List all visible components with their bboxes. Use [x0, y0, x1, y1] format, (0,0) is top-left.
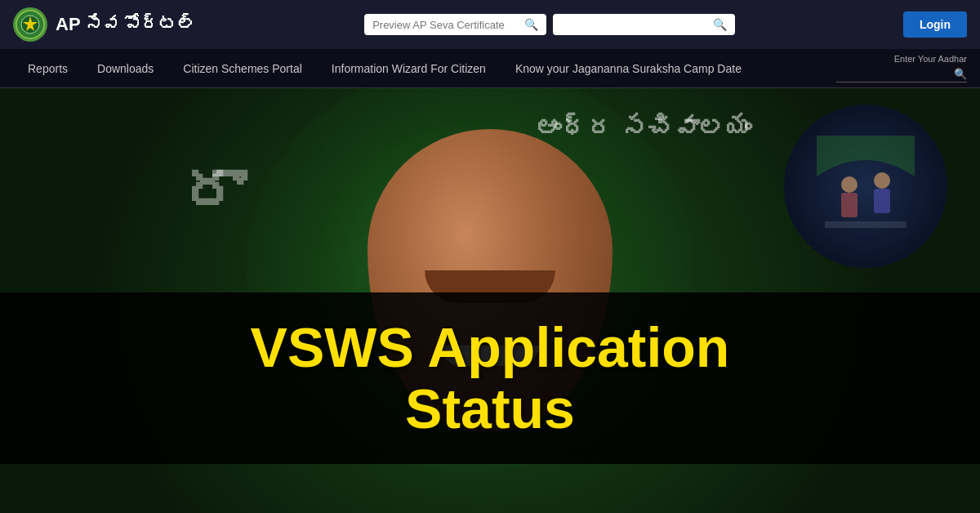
heading-line2: Status — [405, 377, 575, 439]
site-title: AP సేవ పోర్టల్ — [56, 14, 196, 35]
hero-section: రా ఆంధ్ర సచివాలయం — [0, 88, 980, 513]
nav-item-reports[interactable]: Reports — [13, 51, 82, 87]
left-script-decoration: రా — [180, 154, 245, 229]
aadhar-search-icon[interactable]: 🔍 — [954, 68, 967, 80]
navigation-bar: Reports Downloads Citizen Schemes Portal… — [0, 49, 980, 88]
logo-area: AP సేవ పోర్టల్ — [13, 7, 196, 42]
nav-item-know-jagananna[interactable]: Know your Jagananna Suraksha Camp Date — [501, 51, 756, 87]
certificate-search-box[interactable]: 🔍 — [364, 14, 546, 35]
ap-emblem-icon — [13, 7, 47, 42]
svg-point-3 — [841, 176, 858, 193]
vsws-search-icon[interactable]: 🔍 — [713, 18, 727, 31]
telugu-script-decoration: ఆంధ్ర సచివాలయం — [535, 113, 751, 143]
nav-links: Reports Downloads Citizen Schemes Portal… — [13, 51, 836, 87]
svg-rect-6 — [874, 189, 890, 213]
aadhar-search-row[interactable]: 🔍 — [836, 65, 967, 83]
svg-rect-7 — [825, 221, 906, 228]
aadhar-label: Enter Your Aadhar — [894, 54, 967, 64]
vsws-search-box[interactable]: vsws 🔍 — [553, 14, 735, 35]
header-search-area: 🔍 vsws 🔍 — [209, 14, 890, 35]
right-circle-content — [808, 127, 923, 246]
nav-item-citizen-schemes[interactable]: Citizen Schemes Portal — [168, 51, 317, 87]
login-button[interactable]: Login — [903, 11, 967, 38]
aadhar-input[interactable] — [836, 65, 951, 82]
svg-point-5 — [874, 172, 890, 189]
nav-item-info-wizard[interactable]: Information Wizard For Citizen — [317, 51, 501, 87]
hero-text-overlay: VSWS Application Status — [0, 292, 980, 464]
nav-item-downloads[interactable]: Downloads — [82, 51, 168, 87]
right-decorative-circle — [784, 105, 947, 268]
heading-line1: VSWS Application — [251, 316, 730, 378]
vsws-search-input[interactable]: vsws — [561, 19, 708, 31]
main-heading: VSWS Application Status — [49, 317, 931, 439]
aadhar-section: Enter Your Aadhar 🔍 — [836, 54, 967, 83]
certificate-search-icon[interactable]: 🔍 — [524, 18, 538, 31]
dark-circle — [784, 105, 947, 268]
certificate-search-input[interactable] — [372, 19, 519, 31]
site-header: AP సేవ పోర్టల్ 🔍 vsws 🔍 Login — [0, 0, 980, 49]
svg-rect-4 — [841, 193, 858, 217]
